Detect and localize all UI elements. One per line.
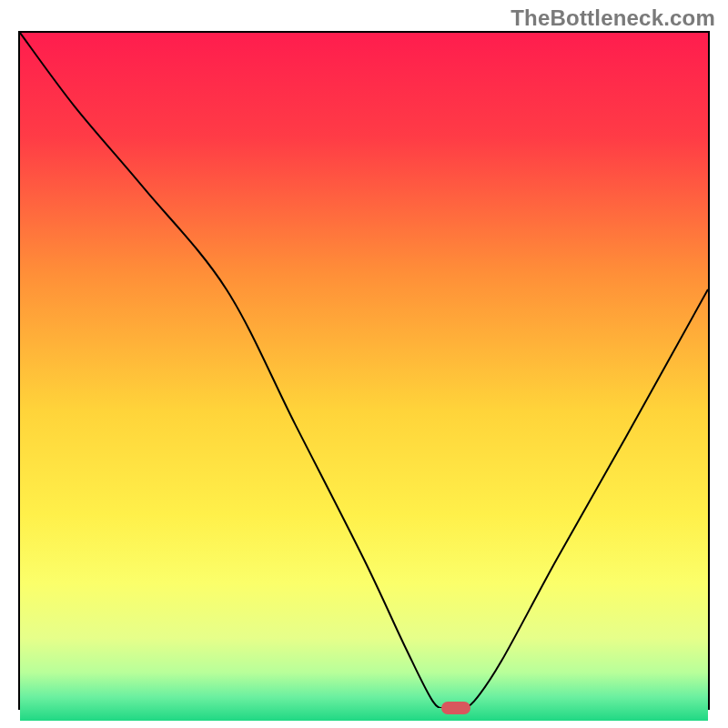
chart-container: TheBottleneck.com [0, 0, 728, 728]
bottleneck-curve [20, 33, 708, 708]
watermark-text: TheBottleneck.com [511, 5, 715, 31]
optimal-marker [441, 702, 470, 714]
plot-area [18, 31, 710, 710]
curve-layer [20, 33, 708, 708]
